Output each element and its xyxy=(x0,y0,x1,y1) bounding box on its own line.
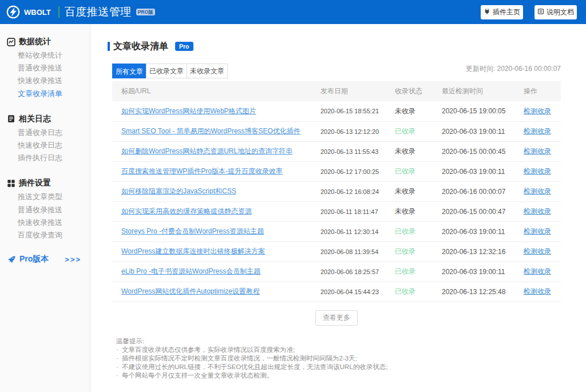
article-link[interactable]: Storeys Pro -付费会员制WordPress资源站主题 xyxy=(121,227,264,235)
header-button-label: 插件主页 xyxy=(493,7,520,17)
sidebar-item[interactable]: 快速收录推送 xyxy=(0,74,90,87)
check-index-action[interactable]: 检测收录 xyxy=(524,247,551,255)
plugin-icon xyxy=(484,8,490,17)
header-button[interactable]: 插件主页 xyxy=(481,5,523,19)
settings-icon xyxy=(7,179,15,188)
sidebar-item[interactable]: 插件执行日志 xyxy=(0,152,90,164)
sidebar: 数据统计整站收录统计普通收录推送快速收录推送文章收录清单相关日志普通收录日志快速… xyxy=(0,24,90,392)
check-index-action[interactable]: 检测收录 xyxy=(524,207,551,215)
sidebar-item[interactable]: 文章收录清单 xyxy=(0,88,90,100)
article-link[interactable]: 如何移除阻塞渲染的JavaScript和CSS xyxy=(121,187,236,195)
tab[interactable]: 所有文章 xyxy=(112,64,146,78)
checked-time: 2020-06-03 19:00:11 xyxy=(442,262,524,282)
tab[interactable]: 已收录文章 xyxy=(146,64,187,78)
published-date: 2020-06-08 11:39:54 xyxy=(320,241,395,262)
table-row: WordPress网站优化插件Autoptimize设置教程2020-06-04… xyxy=(112,282,561,302)
checked-time: 2020-06-13 12:25:48 xyxy=(442,282,524,302)
sidebar-item[interactable]: 快速收录推送 xyxy=(0,216,90,229)
checked-time: 2020-06-03 19:00:11 xyxy=(442,161,524,181)
note-item: ·不建议使用过长的URL链接，不利于SEO优化且超出规定长度，无法查询该URL的… xyxy=(116,363,561,371)
check-index-action[interactable]: 检测收录 xyxy=(524,167,551,175)
note-text: 不建议使用过长的URL链接，不利于SEO优化且超出规定长度，无法查询该URL的收… xyxy=(122,363,388,371)
note-item: ·每个网站每个月仅支持一次全量文章收录状态检测。 xyxy=(116,371,561,380)
sidebar-section-title: 数据统计 xyxy=(19,37,51,47)
bullet-icon: · xyxy=(116,346,122,354)
sidebar-pro-link[interactable]: Pro版本 >>> xyxy=(0,254,90,264)
status-label: 未收录 xyxy=(395,107,415,115)
sidebar-item[interactable]: 普通收录日志 xyxy=(0,126,90,139)
check-index-action[interactable]: 检测收录 xyxy=(524,127,551,135)
sidebar-item[interactable]: 百度收录查询 xyxy=(0,229,90,241)
table-row: eLib Pro -电子书资源站WordPress会员制主题2020-06-06… xyxy=(112,262,561,282)
published-date: 2020-06-06 18:25:57 xyxy=(320,262,395,282)
header-divider xyxy=(58,6,60,18)
pro-link-label: Pro版本 xyxy=(19,254,49,264)
sidebar-item[interactable]: 推送文章类型 xyxy=(0,191,90,203)
column-header: 操作 xyxy=(524,81,561,101)
sidebar-nav: 数据统计整站收录统计普通收录推送快速收录推送文章收录清单相关日志普通收录日志快速… xyxy=(0,35,90,241)
checked-time: 2020-06-15 19:00:05 xyxy=(442,101,524,121)
status-label: 已收录 xyxy=(395,247,415,255)
article-link[interactable]: 如何实现WordPress网站使用WebP格式图片 xyxy=(121,107,256,115)
checked-time: 2020-06-15 00:00:47 xyxy=(442,201,524,221)
bullet-icon: · xyxy=(116,363,122,371)
published-date: 2020-06-11 18:11:47 xyxy=(320,201,395,221)
wbolt-logo xyxy=(6,5,20,19)
check-index-action[interactable]: 检测收录 xyxy=(524,287,551,295)
table-header-row: 标题/URL发布日期收录状态最近检测时间操作 xyxy=(112,81,561,101)
status-label: 已收录 xyxy=(395,287,415,295)
article-link[interactable]: WordPress建立数据库连接时出错终极解决方案 xyxy=(121,247,265,255)
published-date: 2020-06-15 18:55:21 xyxy=(320,101,395,121)
published-date: 2020-06-13 12:12:20 xyxy=(320,121,395,141)
published-date: 2020-06-13 11:55:43 xyxy=(320,141,395,161)
header-button[interactable]: 说明文档 xyxy=(534,5,577,19)
note-text: 每个网站每个月仅支持一次全量文章收录状态检测。 xyxy=(122,371,274,380)
notes-list: ·文章百度收录状态仅供参考，实际收录情况以百度搜索为准;·插件根据实际情况不定时… xyxy=(116,346,561,380)
table-row: 如何实现采用高效的缓存策略提供静态资源2020-06-11 18:11:47未收… xyxy=(112,201,561,221)
check-index-action[interactable]: 检测收录 xyxy=(524,147,551,155)
table-body: 如何实现WordPress网站使用WebP格式图片2020-06-15 18:5… xyxy=(112,101,561,302)
column-header: 收录状态 xyxy=(395,81,442,101)
bolt-logo-icon xyxy=(6,5,20,19)
article-link[interactable]: 如何删除WordPress网站静态资源URL地址的查询字符串 xyxy=(121,147,292,155)
pro-version-badge: PRO版 xyxy=(136,9,155,16)
sidebar-item[interactable]: 整站收录统计 xyxy=(0,49,90,62)
published-date: 2020-06-12 17:00:25 xyxy=(320,161,395,181)
sidebar-section-header: 相关日志 xyxy=(0,113,90,125)
column-header: 发布日期 xyxy=(320,81,395,101)
sidebar-item[interactable]: 普通收录推送 xyxy=(0,62,90,74)
table-row: Smart SEO Tool - 简单易用的WordPress博客SEO优化插件… xyxy=(112,121,561,141)
sidebar-item[interactable]: 普通收录推送 xyxy=(0,204,90,216)
load-more-button[interactable]: 查看更多 xyxy=(315,310,358,326)
article-link[interactable]: 如何实现采用高效的缓存策略提供静态资源 xyxy=(121,207,252,215)
article-link[interactable]: 百度搜索推送管理WP插件Pro版本-提升百度收录效率 xyxy=(121,167,283,175)
updated-time: 更新时间: 2020-06-16 00:00:07 xyxy=(466,64,561,74)
published-date: 2020-06-11 12:30:14 xyxy=(320,221,395,241)
check-index-action[interactable]: 检测收录 xyxy=(524,227,551,235)
status-label: 未收录 xyxy=(395,207,415,215)
note-item: ·文章百度收录状态仅供参考，实际收录情况以百度搜索为准; xyxy=(116,346,561,354)
note-text: 文章百度收录状态仅供参考，实际收录情况以百度搜索为准; xyxy=(122,346,295,354)
table-row: 如何删除WordPress网站静态资源URL地址的查询字符串2020-06-13… xyxy=(112,141,561,161)
check-index-action[interactable]: 检测收录 xyxy=(524,187,551,195)
checked-time: 2020-06-03 19:00:11 xyxy=(442,221,524,241)
table-row: 百度搜索推送管理WP插件Pro版本-提升百度收录效率2020-06-12 17:… xyxy=(112,161,561,181)
bullet-icon: · xyxy=(116,354,122,363)
check-index-action[interactable]: 检测收录 xyxy=(524,107,551,115)
check-index-action[interactable]: 检测收录 xyxy=(524,267,551,275)
article-link[interactable]: Smart SEO Tool - 简单易用的WordPress博客SEO优化插件 xyxy=(121,127,300,135)
status-label: 未收录 xyxy=(395,187,415,195)
sidebar-item[interactable]: 快速收录日志 xyxy=(0,139,90,152)
log-icon xyxy=(7,114,15,123)
tab[interactable]: 未收录文章 xyxy=(187,64,228,78)
article-link[interactable]: eLib Pro -电子书资源站WordPress会员制主题 xyxy=(121,267,260,275)
note-text: 插件根据实际情况不定时检测文章百度收录情况，一般情况检测时间间隔为2-3天; xyxy=(122,354,357,363)
main-content: 文章收录清单 Pro 所有文章已收录文章未收录文章 更新时间: 2020-06-… xyxy=(90,24,586,392)
sidebar-section-title: 插件设置 xyxy=(19,178,51,188)
status-label: 已收录 xyxy=(395,227,415,235)
notes-title: 温馨提示: xyxy=(116,337,561,346)
table-row: 如何移除阻塞渲染的JavaScript和CSS2020-06-12 16:08:… xyxy=(112,181,561,201)
brand-name: WBOLT xyxy=(24,8,51,17)
article-link[interactable]: WordPress网站优化插件Autoptimize设置教程 xyxy=(121,287,260,295)
title-accent-bar xyxy=(108,42,110,51)
